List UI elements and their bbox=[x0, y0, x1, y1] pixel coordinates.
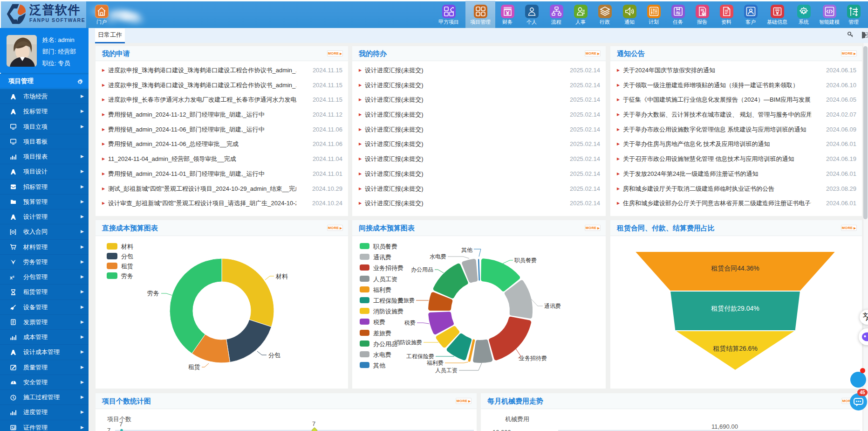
svg-text:水电费: 水电费 bbox=[430, 253, 446, 260]
svg-text:职员餐费: 职员餐费 bbox=[514, 257, 537, 264]
svg-text:其他: 其他 bbox=[461, 247, 473, 253]
svg-text:消防设施费: 消防设施费 bbox=[394, 339, 422, 346]
svg-text:劳务: 劳务 bbox=[147, 290, 159, 297]
svg-text:材料: 材料 bbox=[275, 273, 288, 280]
svg-text:办公用品: 办公用品 bbox=[411, 266, 433, 273]
svg-text:税费: 税费 bbox=[404, 320, 416, 326]
svg-text:租赁付款29.04%: 租赁付款29.04% bbox=[711, 305, 759, 312]
svg-text:租赁结算26.6%: 租赁结算26.6% bbox=[713, 345, 758, 352]
svg-text:租赁: 租赁 bbox=[188, 363, 200, 370]
svg-text:业务招待费: 业务招待费 bbox=[519, 355, 547, 361]
svg-text:x²: x² bbox=[10, 275, 14, 280]
svg-text:通讯费: 通讯费 bbox=[544, 303, 561, 309]
svg-text:福利费: 福利费 bbox=[426, 360, 444, 366]
svg-text:租赁合同44.36%: 租赁合同44.36% bbox=[711, 264, 759, 272]
svg-text:人员工资: 人员工资 bbox=[435, 367, 458, 374]
svg-text:工程保险费: 工程保险费 bbox=[406, 353, 434, 360]
svg-text:分包: 分包 bbox=[268, 352, 280, 359]
svg-text:A: A bbox=[866, 315, 868, 322]
